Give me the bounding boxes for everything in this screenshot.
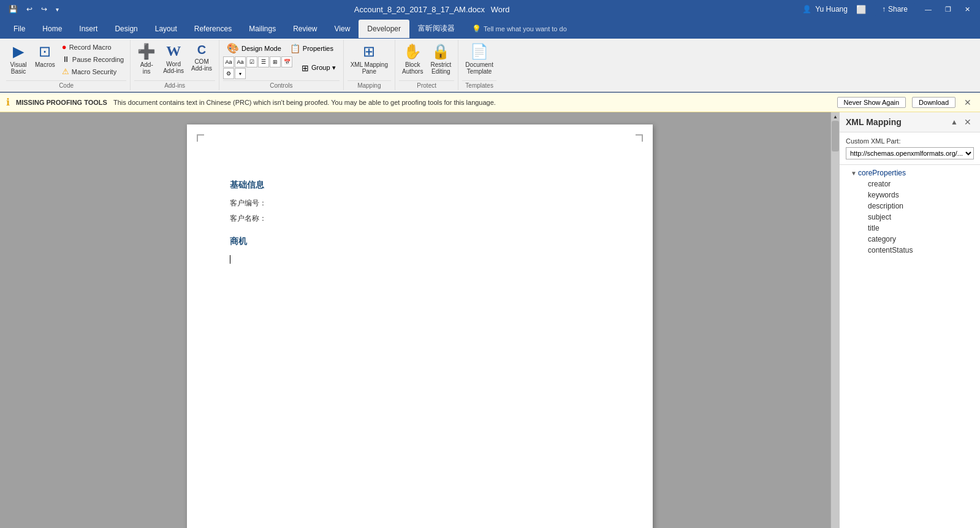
xml-panel-header: XML Mapping ▲ ✕ [840, 112, 980, 132]
main-area: ▲ ▼ 基础信息 客户编号： 客户名称： 商机 XML Mapping [0, 112, 980, 528]
tab-references[interactable]: References [186, 20, 240, 38]
addins-label: Add-ins [140, 61, 153, 75]
addins-icon: ➕ [137, 43, 156, 60]
download-button[interactable]: Download [912, 97, 955, 108]
xml-node-contentstatus[interactable]: contentStatus [840, 245, 980, 256]
protect-group-items: ✋ BlockAuthors 🔒 RestrictEditing [399, 41, 454, 79]
pause-recording-icon: ⏸ [62, 55, 70, 64]
document-template-button[interactable]: 📄 DocumentTemplate [462, 41, 496, 77]
tab-home[interactable]: Home [34, 20, 70, 38]
block-authors-button[interactable]: ✋ BlockAuthors [399, 41, 426, 77]
ctrl-btn-2[interactable]: Aa [235, 56, 246, 67]
custom-xml-part-select[interactable]: http://schemas.openxmlformats.org/... [846, 147, 974, 159]
scroll-up-button[interactable]: ▲ [831, 112, 839, 121]
tab-file[interactable]: File [5, 20, 34, 38]
page-corner-tr [636, 134, 643, 142]
xml-node-description[interactable]: description [840, 201, 980, 212]
ctrl-btn-5[interactable]: ⊞ [270, 56, 281, 67]
ctrl-btn-6[interactable]: 📅 [281, 56, 292, 67]
tab-mailings[interactable]: Mailings [240, 20, 284, 38]
mapping-group-items: ⊞ XML MappingPane [348, 41, 391, 79]
save-icon[interactable]: 💾 [6, 4, 20, 15]
scroll-track [831, 121, 839, 528]
ribbon-group-templates: 📄 DocumentTemplate Templates [458, 40, 500, 90]
templates-group-label: Templates [462, 80, 496, 89]
restrict-editing-icon: 🔒 [431, 43, 450, 60]
scroll-thumb[interactable] [832, 121, 839, 151]
word-addins-button[interactable]: W WordAdd-ins [160, 41, 187, 76]
ribbon-group-controls: 🎨 Design Mode 📋 Properties Aa Aa ☑ ☰ [219, 40, 344, 90]
xml-node-keywords[interactable]: keywords [840, 189, 980, 201]
vertical-scrollbar[interactable]: ▲ ▼ [830, 112, 839, 528]
never-show-again-button[interactable]: Never Show Again [837, 97, 906, 108]
properties-button[interactable]: 📋 Properties [286, 42, 337, 55]
addins-group-items: ➕ Add-ins W WordAdd-ins C COMAdd-ins [134, 41, 215, 79]
design-mode-icon: 🎨 [227, 42, 239, 54]
ribbon-tabs: File Home Insert Design Layout Reference… [0, 18, 980, 39]
ctrl-btn-4[interactable]: ☰ [258, 56, 269, 67]
tab-view[interactable]: View [326, 20, 359, 38]
xml-mapping-label: XML MappingPane [351, 61, 388, 75]
tab-review[interactable]: Review [284, 20, 325, 38]
share-button[interactable]: ↑ Share [875, 2, 915, 16]
user-info[interactable]: 👤 Yu Huang [802, 5, 848, 13]
visual-basic-label: VisualBasic [10, 61, 26, 75]
group-button[interactable]: ⊞ Group ▾ [298, 62, 340, 74]
restrict-editing-button[interactable]: 🔒 RestrictEditing [427, 41, 454, 77]
redo-icon[interactable]: ↪ [39, 4, 50, 15]
document-container[interactable]: ▲ ▼ 基础信息 客户编号： 客户名称： 商机 [0, 112, 839, 528]
controls-group-label: Controls [223, 80, 340, 89]
xml-node-subject[interactable]: subject [840, 212, 980, 223]
ctrl-btn-1[interactable]: Aa [223, 56, 234, 67]
document-template-label: DocumentTemplate [465, 61, 493, 75]
record-macro-button[interactable]: ● Record Macro [59, 41, 126, 53]
block-authors-label: BlockAuthors [402, 61, 423, 75]
word-addins-icon: W [166, 43, 181, 59]
doc-cursor-line[interactable] [230, 254, 610, 264]
maximize-button[interactable]: ❐ [941, 4, 955, 15]
macros-button[interactable]: ⊡ Macros [32, 41, 58, 70]
controls-row1: 🎨 Design Mode 📋 Properties [223, 41, 337, 55]
undo-icon[interactable]: ↩ [24, 4, 35, 15]
tab-design[interactable]: Design [106, 20, 146, 38]
minimize-button[interactable]: — [921, 4, 935, 14]
page-corner-tl [197, 134, 204, 142]
xml-panel-up-button[interactable]: ▲ [948, 117, 960, 128]
xml-panel-close-button[interactable]: ✕ [962, 116, 974, 128]
user-avatar-icon: 👤 [802, 5, 811, 13]
ctrl-btn-7[interactable]: ⚙ [223, 68, 234, 79]
macro-security-button[interactable]: ⚠ Macro Security [59, 66, 126, 77]
xml-panel-title: XML Mapping [846, 117, 902, 127]
tab-layout[interactable]: Layout [146, 20, 186, 38]
tab-help[interactable]: 💡 Tell me what you want to do [463, 20, 575, 38]
properties-icon: 📋 [290, 44, 300, 53]
customize-icon[interactable]: ▾ [53, 5, 61, 14]
pause-recording-button[interactable]: ⏸ Pause Recording [59, 53, 126, 65]
xml-node-creator[interactable]: creator [840, 178, 980, 189]
com-addins-button[interactable]: C COMAdd-ins [188, 41, 215, 74]
xml-panel-header-controls: ▲ ✕ [948, 116, 974, 128]
xml-node-title[interactable]: title [840, 223, 980, 234]
visual-basic-button[interactable]: ▶ VisualBasic [6, 41, 31, 77]
tab-reader[interactable]: 富昕阅读器 [409, 18, 463, 39]
custom-xml-part-label: Custom XML Part: [846, 137, 974, 145]
ctrl-btn-3[interactable]: ☑ [246, 56, 257, 67]
tab-developer[interactable]: Developer [359, 20, 409, 38]
doc-heading-2: 商机 [230, 236, 610, 247]
xml-mapping-pane-button[interactable]: ⊞ XML MappingPane [348, 41, 391, 77]
xml-node-coreproperties[interactable]: ▼ coreProperties [840, 167, 980, 178]
close-button[interactable]: ✕ [961, 4, 974, 15]
pause-recording-label: Pause Recording [72, 56, 124, 63]
ctrl-btn-8[interactable]: ▾ [235, 68, 246, 79]
titlebar-left: 💾 ↩ ↪ ▾ [6, 4, 61, 15]
design-mode-button[interactable]: 🎨 Design Mode [223, 41, 285, 55]
restore-down-icon[interactable]: ⬜ [854, 4, 868, 15]
xml-node-category[interactable]: category [840, 234, 980, 245]
node-label-creator: creator [868, 180, 891, 188]
tab-insert[interactable]: Insert [70, 20, 106, 38]
macro-options-col: ● Record Macro ⏸ Pause Recording ⚠ Macro… [59, 41, 126, 77]
ribbon: File Home Insert Design Layout Reference… [0, 18, 980, 93]
addins-button[interactable]: ➕ Add-ins [134, 41, 159, 77]
notification-close-button[interactable]: ✕ [962, 98, 974, 107]
controls-row2: Aa Aa ☑ ☰ ⊞ 📅 ⚙ ▾ ⊞ Group ▾ [223, 56, 340, 79]
